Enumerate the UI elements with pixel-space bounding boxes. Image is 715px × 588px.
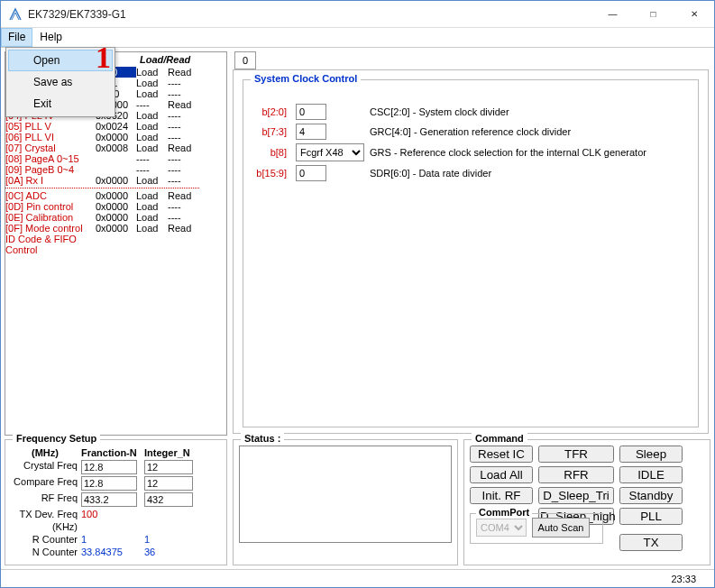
scc-b20-label: b[2:0] <box>251 106 290 117</box>
reg-cell: [0D] Pin control <box>5 201 96 212</box>
status-legend: Status : <box>241 433 284 444</box>
reg-cell <box>168 234 199 255</box>
reg-cell: [05] PLL V <box>5 121 96 132</box>
tx-button[interactable]: TX <box>619 534 683 551</box>
scc-b20-desc: CSC[2:0] - System clock divider <box>370 106 691 117</box>
reg-cell[interactable]: Load <box>136 78 168 88</box>
annotation-1: 1 <box>96 41 111 75</box>
reg-cell: 0x0008 <box>96 142 136 153</box>
status-box: Status : <box>233 439 458 565</box>
compare-int-input[interactable] <box>144 476 193 491</box>
pll-button[interactable]: PLL <box>619 508 683 525</box>
scc-b159-input[interactable] <box>296 165 326 181</box>
reg-cell: 0x0000 <box>96 132 136 142</box>
maximize-button[interactable]: □ <box>633 1 674 27</box>
reg-cell: [06] PLL VI <box>5 132 96 142</box>
idle-button[interactable]: IDLE <box>619 466 683 483</box>
reg-cell[interactable]: Load <box>136 88 168 99</box>
crystal-int-input[interactable] <box>144 460 193 474</box>
reg-cell: [0F] Mode control <box>5 223 96 234</box>
reg-cell: ---- <box>168 153 199 164</box>
reg-cell: 0x0000 <box>96 212 136 223</box>
crystal-freq-input[interactable] <box>81 460 137 474</box>
reg-cell[interactable]: Read <box>168 190 199 201</box>
file-menu-dropdown: Open Save as Exit 1 <box>5 47 115 117</box>
scc-b8-label: b[8] <box>251 147 290 158</box>
reg-cell: ---- <box>168 110 199 121</box>
freq-legend: Frequency Setup <box>13 433 100 444</box>
reg-cell: [08] PageA 0~15 <box>5 153 96 164</box>
reg-cell: ID Code & FIFO Control <box>5 234 96 255</box>
reg-cell: 0x0024 <box>96 121 136 132</box>
reg-cell[interactable]: Load <box>136 67 168 78</box>
rfr-button[interactable]: RFR <box>538 466 614 483</box>
scc-b8-select[interactable]: Fcgrf X48 <box>296 143 364 161</box>
app-icon <box>8 7 23 22</box>
command-box: Command Reset IC Load All Init. RF CommP… <box>463 439 710 565</box>
scc-b159-desc: SDR[6:0] - Data rate divider <box>370 168 691 179</box>
reg-cell: ---- <box>168 212 199 223</box>
reg-cell[interactable]: Load <box>136 121 168 132</box>
statusbar-time: 23:33 <box>671 574 696 584</box>
scc-b8-desc: GRS - Reference clock selection for the … <box>370 147 691 158</box>
scc-b73-desc: GRC[4:0] - Generation reference clock di… <box>370 126 691 137</box>
reg-cell[interactable]: Read <box>168 99 199 110</box>
reg-cell[interactable]: Read <box>168 142 199 153</box>
commport-select[interactable]: COM4 <box>476 519 527 537</box>
tab-0[interactable]: 0 <box>234 51 256 69</box>
init-rf-button[interactable]: Init. RF <box>470 487 533 504</box>
menu-item-exit[interactable]: Exit <box>8 93 113 115</box>
reg-cell: [09] PageB 0~4 <box>5 164 96 175</box>
reset-ic-button[interactable]: Reset IC <box>470 446 533 463</box>
reg-cell: [0A] Rx I <box>5 175 96 186</box>
scc-b159-label: b[15:9] <box>251 168 290 179</box>
reg-cell: ---- <box>168 121 199 132</box>
right-panel: 0 System Clock Control b[2:0] CSC[2:0] -… <box>231 51 710 436</box>
reg-col-loadread: Load/Read <box>136 52 199 67</box>
minimize-button[interactable]: — <box>592 1 633 27</box>
reg-cell[interactable]: Read <box>168 67 199 78</box>
menu-help[interactable]: Help <box>32 28 69 47</box>
auto-scan-button[interactable]: Auto Scan <box>532 518 590 537</box>
tfr-button[interactable]: TFR <box>538 446 614 463</box>
reg-cell[interactable]: Load <box>136 110 168 121</box>
reg-cell: ---- <box>136 153 168 164</box>
reg-cell: ---- <box>168 175 199 186</box>
reg-cell[interactable]: Load <box>136 190 168 201</box>
status-textarea[interactable] <box>239 446 452 543</box>
reg-cell: [07] Crystal <box>5 142 96 153</box>
reg-cell: 0x0000 <box>96 201 136 212</box>
reg-cell: [0C] ADC <box>5 190 96 201</box>
reg-cell <box>96 153 136 164</box>
rf-int-input[interactable] <box>144 492 193 507</box>
reg-cell[interactable]: Load <box>136 223 168 234</box>
reg-cell[interactable]: Load <box>136 175 168 186</box>
scc-b73-label: b[7:3] <box>251 126 290 137</box>
scc-b73-input[interactable] <box>296 124 326 140</box>
reg-cell: [0E] Calibration <box>5 212 96 223</box>
close-button[interactable]: ✕ <box>674 1 714 27</box>
reg-cell: ---- <box>136 99 168 110</box>
standby-button[interactable]: Standby <box>619 487 683 504</box>
cmd-legend: Command <box>472 433 527 444</box>
reg-cell[interactable]: Load <box>136 212 168 223</box>
menubar: File Help Open Save as Exit 1 <box>1 28 714 48</box>
reg-cell <box>96 164 136 175</box>
reg-cell[interactable]: Load <box>136 132 168 142</box>
scc-legend: System Clock Control <box>251 73 361 84</box>
rf-freq-input[interactable] <box>81 492 137 507</box>
reg-cell[interactable]: Load <box>136 142 168 153</box>
compare-freq-input[interactable] <box>81 476 137 491</box>
reg-cell: 0x0000 <box>96 190 136 201</box>
menu-file[interactable]: File <box>1 28 32 47</box>
reg-cell[interactable]: Read <box>168 223 199 234</box>
statusbar: 23:33 <box>1 569 714 587</box>
reg-cell: ---- <box>168 78 199 88</box>
load-all-button[interactable]: Load All <box>470 466 533 483</box>
scc-b20-input[interactable] <box>296 104 326 120</box>
reg-cell <box>136 234 168 255</box>
reg-cell: ---- <box>168 132 199 142</box>
sleep-button[interactable]: Sleep <box>619 446 683 463</box>
d-sleep-tri-button[interactable]: D_Sleep_Tri <box>538 487 614 504</box>
reg-cell[interactable]: Load <box>136 201 168 212</box>
